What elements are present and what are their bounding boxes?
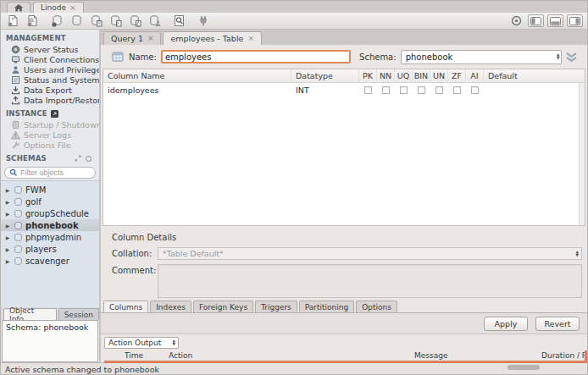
grid-vertical-scrollbar[interactable] [579,83,585,225]
table-name-input[interactable] [161,50,351,63]
tab-session[interactable]: Session [58,308,99,320]
sidebar-item-status-system-variables[interactable]: Status and System Variables [1,74,99,85]
checkbox-uq[interactable] [395,86,413,94]
tab-partitioning[interactable]: Partitioning [299,301,354,312]
home-tab[interactable] [7,2,31,13]
schema-db-icon [14,197,23,207]
data-import-icon [10,96,20,105]
schema-item-golf[interactable]: ▶ golf [1,196,99,207]
sidebar-item-client-connections[interactable]: Client Connections [1,54,99,64]
search-icon [9,168,18,177]
status-bar: Active schema changed to phonebook [1,362,587,375]
tab-options[interactable]: Options [356,301,397,312]
column-row-idemployees[interactable]: idemployees INT [103,83,585,97]
expand-arrow-icon[interactable]: ▶ [4,211,11,217]
tab-indexes[interactable]: Indexes [150,301,191,312]
schema-item-players[interactable]: ▶ players [1,243,99,255]
comment-label: Comment: [112,264,149,275]
create-schema-icon[interactable] [49,14,65,28]
expand-arrow-icon[interactable]: ▶ [4,223,11,229]
sidebar-item-options-file[interactable]: Options File [1,140,99,150]
schema-item-fwm[interactable]: ▶ FWM [1,184,99,196]
expand-arrow-icon[interactable]: ▶ [4,199,11,205]
close-icon[interactable]: × [247,35,254,42]
checkbox-zf[interactable] [448,86,466,94]
sidebar-item-users-privileges[interactable]: Users and Privileges [1,64,99,74]
tab-triggers[interactable]: Triggers [255,301,297,312]
toggle-left-sidebar-icon[interactable] [528,14,544,27]
collation-select[interactable]: *Table Default* ▲▼ [158,247,582,260]
spinner-icon[interactable]: ▲▼ [576,251,579,257]
checkbox-un[interactable] [430,86,448,94]
new-sql-tab-icon[interactable] [5,14,21,28]
cell-column-name[interactable]: idemployees [103,85,291,95]
toggle-right-sidebar-icon[interactable] [567,14,583,27]
schema-item-groupschedule[interactable]: ▶ groupSchedule [1,207,99,219]
tab-query-1[interactable]: Query 1 × [103,31,161,45]
checkbox-nn[interactable] [377,86,395,94]
revert-button[interactable]: Revert [535,317,580,331]
collation-value: *Table Default* [163,249,224,258]
ao-col-time: Time [125,351,169,360]
object-info-panel: Schema: phonebook [2,320,98,362]
tab-object-info[interactable]: Object Info [3,308,57,320]
ao-col-duration: Duration / Fetch [541,351,585,360]
sidebar-item-data-export[interactable]: Data Export [1,85,99,95]
search-data-icon[interactable] [171,14,187,28]
toggle-output-area-icon[interactable] [547,14,563,27]
reconnect-icon[interactable] [196,14,212,28]
expand-arrow-icon[interactable]: ▶ [4,187,11,193]
cell-datatype[interactable]: INT [291,85,359,95]
warning-triangle-icon [10,130,20,140]
spinner-icon[interactable]: ▲▼ [173,339,175,346]
col-header-un: UN [430,69,448,82]
expand-arrow-icon[interactable]: ▶ [4,234,11,240]
apply-button[interactable]: Apply [484,317,528,331]
sidebar-item-server-status[interactable]: Server Status [1,44,99,54]
tab-employees-table[interactable]: employees - Table × [163,31,261,45]
sidebar-item-server-logs[interactable]: Server Logs [1,130,99,140]
schema-item-scavenger[interactable]: ▶ scavenger [1,255,99,267]
create-view-icon[interactable] [88,14,104,28]
comment-textarea[interactable] [158,264,582,298]
create-table-icon[interactable] [69,14,85,28]
instance-jump-icon[interactable] [51,110,58,118]
refresh-schemas-icon[interactable] [85,155,92,163]
expand-arrow-icon[interactable]: ▶ [4,258,11,264]
columns-grid: Column Name Datatype PK NN UQ BIN UN ZF … [103,69,585,226]
checkbox-bin[interactable] [413,86,430,94]
schemas-section-header: SCHEMAS [1,150,99,164]
expand-arrow-icon[interactable]: ▶ [4,246,11,252]
checkbox-ai[interactable] [466,86,484,94]
col-header-default: Default [484,69,585,82]
create-function-icon[interactable] [127,14,143,28]
close-icon[interactable]: × [69,4,76,12]
collapse-header-chevron-icon[interactable] [562,52,580,63]
open-sql-script-icon[interactable] [25,14,41,28]
connection-tab-linode[interactable]: Linode × [33,2,84,13]
horizontal-scrollbar-thumb[interactable] [508,365,540,370]
column-details-section: Column Details Collation: *Table Default… [101,226,587,301]
schema-label: Schema: [359,52,397,62]
create-user-icon[interactable] [147,14,163,28]
checkbox-pk[interactable] [359,86,377,94]
column-details-title: Column Details [112,233,582,242]
sidebar-item-data-import[interactable]: Data Import/Restore [1,95,99,105]
schema-item-phonebook[interactable]: ▶ phonebook [1,219,99,231]
create-procedure-icon[interactable] [108,14,124,28]
tab-columns[interactable]: Columns [103,301,148,312]
close-icon[interactable]: × [147,35,154,42]
expand-schemas-icon[interactable] [75,155,81,162]
schema-item-phpmyadmin[interactable]: ▶ phpmyadmin [1,231,99,243]
spinner-icon[interactable]: ▲▼ [557,53,559,60]
dashboard-icon[interactable] [508,14,524,28]
management-section-header: MANAGEMENT [1,30,99,44]
schema-select[interactable]: phonebook ▲▼ [401,50,563,64]
action-output-select[interactable]: Action Output ▲▼ [104,337,179,349]
schema-db-icon [14,209,23,218]
sidebar-item-startup-shutdown[interactable]: Startup / Shutdown [1,119,99,130]
schema-filter-input[interactable] [20,168,86,177]
user-icon [10,65,20,74]
tab-foreign-keys[interactable]: Foreign Keys [193,301,253,312]
action-output-select-value: Action Output [108,339,161,347]
